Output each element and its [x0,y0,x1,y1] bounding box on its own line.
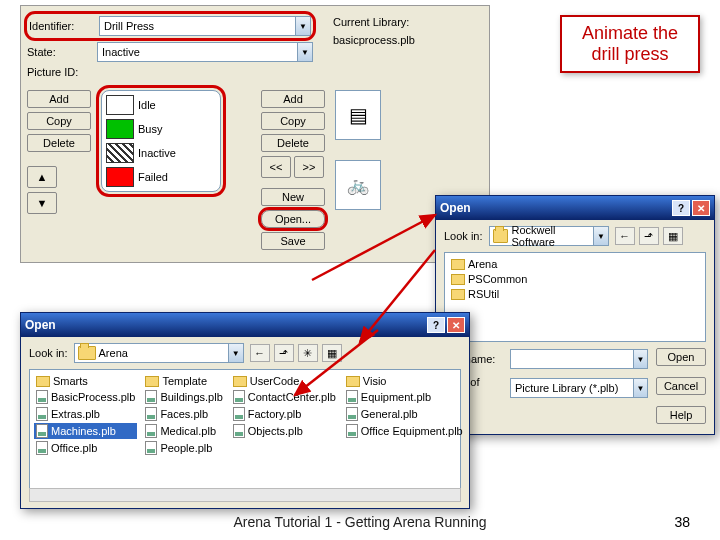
file-item[interactable]: Equipment.plb [344,389,465,405]
file-item[interactable]: Faces.plb [143,406,224,422]
library-delete-button[interactable]: Delete [261,134,325,152]
chevron-down-icon[interactable]: ▼ [297,43,312,61]
file-label: Extras.plb [51,408,100,420]
slide-footer: Arena Tutorial 1 - Getting Arena Running [0,514,720,530]
file-item[interactable]: UserCode [231,374,338,388]
state-item-inactive[interactable]: Inactive [104,141,218,165]
file-list[interactable]: SmartsTemplateUserCodeVisioBasicProcess.… [29,369,461,489]
chevron-down-icon[interactable]: ▼ [228,344,243,362]
state-item-busy[interactable]: Busy [104,117,218,141]
lookin-combo[interactable]: Arena ▼ [74,343,244,363]
plb-file-icon [145,441,157,455]
file-item[interactable]: Smarts [34,374,137,388]
callout-box: Animate the drill press [560,15,700,73]
preview-box-1: ▤ [335,90,381,140]
copy-button[interactable]: Copy [27,112,91,130]
nav-prev-button[interactable]: << [261,156,291,178]
close-icon[interactable]: ✕ [692,200,710,216]
state-item-idle[interactable]: Idle [104,93,218,117]
add-button[interactable]: Add [27,90,91,108]
library-open-button[interactable]: Open... [261,210,325,228]
identifier-combo[interactable]: ▼ [99,16,311,36]
library-add-button[interactable]: Add [261,90,325,108]
file-list[interactable]: ArenaPSCommonRSUtil [444,252,706,342]
delete-button[interactable]: Delete [27,134,91,152]
move-down-button[interactable]: ▼ [27,192,57,214]
plb-file-icon [233,424,245,438]
file-item[interactable]: Extras.plb [34,406,137,422]
state-label: State: [27,46,97,58]
file-item[interactable]: ContactCenter.plb [231,389,338,405]
help-icon[interactable]: ? [427,317,445,333]
file-item[interactable]: Medical.plb [143,423,224,439]
library-new-button[interactable]: New [261,188,325,206]
open-button[interactable]: Open [656,348,706,366]
file-item[interactable]: Arena [449,257,701,271]
views-icon[interactable]: ▦ [663,227,683,245]
new-folder-icon[interactable]: ✳ [298,344,318,362]
up-folder-icon[interactable]: ⬏ [639,227,659,245]
close-icon[interactable]: ✕ [447,317,465,333]
file-label: RSUtil [468,288,499,300]
file-label: Machines.plb [51,425,116,437]
file-label: General.plb [361,408,418,420]
filename-input[interactable] [511,353,633,365]
states-list[interactable]: Idle Busy Inactive Failed [101,90,221,192]
file-item[interactable]: Visio [344,374,465,388]
help-icon[interactable]: ? [672,200,690,216]
chevron-down-icon[interactable]: ▼ [295,17,310,35]
callout-line1: Animate the [566,23,694,44]
file-item[interactable]: PSCommon [449,272,701,286]
plb-file-icon [36,390,48,404]
file-item[interactable]: Buildings.plb [143,389,224,405]
state-input[interactable] [98,46,297,58]
folder-icon [78,346,96,360]
file-label: Faces.plb [160,408,208,420]
library-copy-button[interactable]: Copy [261,112,325,130]
state-item-failed[interactable]: Failed [104,165,218,189]
file-item[interactable]: Factory.plb [231,406,338,422]
file-item[interactable]: Office Equipment.plb [344,423,465,439]
back-icon[interactable]: ← [250,344,270,362]
state-combo[interactable]: ▼ [97,42,313,62]
lookin-label: Look in: [444,230,483,242]
views-icon[interactable]: ▦ [322,344,342,362]
filetype-combo[interactable]: ▼ [510,378,648,398]
file-item[interactable]: BasicProcess.plb [34,389,137,405]
file-item[interactable]: RSUtil [449,287,701,301]
file-item[interactable]: General.plb [344,406,465,422]
titlebar[interactable]: Open ? ✕ [21,313,469,337]
cancel-button[interactable]: Cancel [656,377,706,395]
identifier-label: Identifier: [29,20,99,32]
filetype-input[interactable] [511,382,633,394]
open-dialog-rockwell: Open ? ✕ Look in: Rockwell Software ▼ ← … [435,195,715,435]
file-item[interactable]: Machines.plb [34,423,137,439]
file-label: Factory.plb [248,408,302,420]
back-icon[interactable]: ← [615,227,635,245]
file-label: Objects.plb [248,425,303,437]
file-item[interactable]: Office.plb [34,440,137,456]
state-swatch-failed [106,167,134,187]
file-label: Template [162,375,207,387]
chevron-down-icon[interactable]: ▼ [633,379,647,397]
filename-combo[interactable]: ▼ [510,349,648,369]
library-save-button[interactable]: Save [261,232,325,250]
file-label: Buildings.plb [160,391,222,403]
lookin-value: Arena [99,347,128,359]
help-button[interactable]: Help [656,406,706,424]
document-icon: ▤ [349,103,368,127]
up-folder-icon[interactable]: ⬏ [274,344,294,362]
file-item[interactable]: People.plb [143,440,224,456]
file-item[interactable]: Template [143,374,224,388]
move-up-button[interactable]: ▲ [27,166,57,188]
horizontal-scrollbar[interactable] [29,488,461,502]
chevron-down-icon[interactable]: ▼ [633,350,647,368]
slide-number: 38 [674,514,690,530]
titlebar[interactable]: Open ? ✕ [436,196,714,220]
chevron-down-icon[interactable]: ▼ [593,227,607,245]
file-item[interactable]: Objects.plb [231,423,338,439]
lookin-combo[interactable]: Rockwell Software ▼ [489,226,609,246]
current-library-label: Current Library: [333,16,483,28]
identifier-input[interactable] [100,20,295,32]
nav-next-button[interactable]: >> [294,156,324,178]
